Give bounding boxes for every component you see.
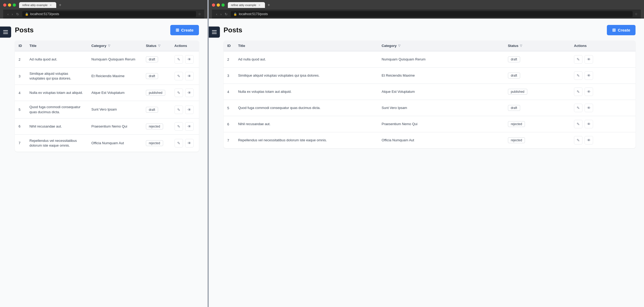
nav-reload-right[interactable]: ↻: [224, 12, 229, 17]
status-filter-icon-left[interactable]: ▽: [158, 44, 160, 47]
view-button[interactable]: 👁: [185, 122, 194, 131]
page-header-left: Posts ⊞ Create: [15, 25, 199, 35]
view-button[interactable]: 👁: [185, 89, 194, 97]
edit-button[interactable]: ✎: [175, 89, 183, 97]
cell-category: Sunt Vero Ipsam: [378, 100, 504, 116]
cell-category: Sunt Vero Ipsam: [88, 101, 142, 118]
traffic-light-yellow-r[interactable]: [217, 3, 220, 7]
table-row: 6 Nihil recusandae aut. Praesentium Nemo…: [15, 118, 199, 134]
tab-new-left[interactable]: +: [57, 2, 63, 8]
traffic-light-yellow[interactable]: [8, 3, 11, 7]
view-button[interactable]: 👁: [585, 120, 593, 128]
edit-button[interactable]: ✎: [574, 55, 582, 64]
col-category-left[interactable]: Category ▽: [88, 41, 142, 51]
page-title-left: Posts: [15, 26, 34, 34]
nav-back-left[interactable]: ‹: [6, 12, 10, 17]
view-button[interactable]: 👁: [585, 136, 593, 144]
col-status-right[interactable]: Status ▽: [504, 41, 570, 51]
view-button[interactable]: 👁: [585, 104, 593, 112]
edit-button[interactable]: ✎: [574, 136, 582, 144]
view-button[interactable]: 👁: [185, 72, 194, 80]
cell-title: Nihil recusandae aut.: [234, 116, 378, 132]
edit-button[interactable]: ✎: [175, 122, 183, 131]
col-status-left[interactable]: Status ▽: [142, 41, 171, 51]
category-filter-icon-right[interactable]: ▽: [398, 44, 400, 47]
edit-button[interactable]: ✎: [175, 55, 183, 64]
cell-actions: ✎ 👁: [570, 68, 636, 84]
view-button[interactable]: 👁: [185, 106, 194, 114]
status-badge: published: [146, 90, 165, 96]
create-button-left[interactable]: ⊞ Create: [170, 25, 199, 35]
category-filter-icon-left[interactable]: ▽: [108, 44, 110, 47]
bookmark-btn-right[interactable]: ☆: [635, 12, 638, 16]
cell-id: 4: [15, 85, 26, 101]
tab-close-right[interactable]: ✕: [258, 4, 260, 7]
address-lock-icon-r: 🔒: [233, 12, 237, 16]
cell-title: Quod fuga commodi consequatur quas ducim…: [234, 100, 378, 116]
eye-icon: 👁: [587, 57, 591, 62]
status-badge: draft: [508, 105, 520, 111]
cell-status: draft: [142, 68, 171, 85]
tab-new-right[interactable]: +: [266, 2, 272, 8]
edit-button[interactable]: ✎: [574, 104, 582, 112]
cell-actions: ✎ 👁: [570, 116, 636, 132]
eye-icon: 👁: [188, 74, 191, 78]
browser-tab-active-left[interactable]: refine ably example ✕: [19, 2, 56, 8]
create-btn-label-right: Create: [618, 28, 630, 32]
eye-icon: 👁: [188, 57, 191, 62]
edit-button[interactable]: ✎: [175, 72, 183, 80]
browser-tab-active-right[interactable]: refine ably example ✕: [228, 2, 265, 8]
address-bar-left[interactable]: 🔒 localhost:5173/posts: [22, 11, 196, 17]
browser-tabs-left: refine ably example ✕ +: [19, 2, 63, 8]
status-badge: rejected: [508, 137, 525, 143]
tab-title-right: refine ably example: [231, 3, 256, 7]
traffic-light-red-r[interactable]: [212, 3, 215, 7]
table-row: 6 Nihil recusandae aut. Praesentium Nemo…: [224, 116, 636, 132]
view-button[interactable]: 👁: [185, 55, 194, 64]
traffic-light-green[interactable]: [13, 3, 16, 7]
edit-button[interactable]: ✎: [574, 120, 582, 128]
edit-button[interactable]: ✎: [574, 71, 582, 80]
action-buttons: ✎ 👁: [574, 55, 632, 64]
page-title-right: Posts: [224, 26, 242, 34]
nav-back-right[interactable]: ‹: [215, 12, 218, 17]
cell-category: Atque Est Voluptatum: [88, 85, 142, 101]
create-button-right[interactable]: ⊞ Create: [607, 25, 636, 35]
view-button[interactable]: 👁: [585, 87, 593, 96]
hamburger-line-r2: [212, 32, 217, 32]
edit-icon: ✎: [177, 91, 180, 95]
cell-status: draft: [142, 101, 171, 118]
edit-button[interactable]: ✎: [175, 106, 183, 114]
table-header-row-left: ID Title Category ▽ Status ▽: [15, 41, 199, 51]
browser-window-left: refine ably example ✕ + ‹ › ↻ 🔒 localhos…: [0, 0, 208, 307]
cell-title: Nihil recusandae aut.: [26, 118, 88, 134]
table-row: 4 Nulla ex voluptas totam aut aliquid. A…: [15, 85, 199, 101]
cell-category: Officia Numquam Aut: [378, 132, 504, 148]
table-row: 3 Similique aliquid voluptas voluptates …: [15, 68, 199, 85]
traffic-light-green-r[interactable]: [221, 3, 225, 7]
sidebar-toggle-left[interactable]: [0, 27, 11, 38]
col-actions-right: Actions: [570, 41, 636, 51]
view-button[interactable]: 👁: [185, 139, 194, 147]
edit-icon: ✎: [577, 90, 580, 94]
action-buttons: ✎ 👁: [175, 122, 195, 131]
tab-close-left[interactable]: ✕: [50, 4, 52, 7]
edit-button[interactable]: ✎: [574, 87, 582, 96]
nav-reload-left[interactable]: ↻: [15, 12, 20, 17]
status-badge: rejected: [508, 121, 525, 127]
cell-actions: ✎ 👁: [171, 134, 199, 152]
edit-icon: ✎: [577, 138, 580, 142]
view-button[interactable]: 👁: [585, 55, 593, 64]
sidebar-toggle-right[interactable]: [209, 27, 220, 38]
nav-forward-right[interactable]: ›: [219, 12, 223, 17]
col-category-right[interactable]: Category ▽: [378, 41, 504, 51]
edit-button[interactable]: ✎: [175, 139, 183, 147]
view-button[interactable]: 👁: [585, 71, 593, 80]
address-bar-right[interactable]: 🔒 localhost:5173/posts: [231, 11, 633, 17]
table-header-right: ID Title Category ▽ Status ▽: [224, 41, 636, 51]
bookmark-btn-left[interactable]: ☆: [198, 12, 201, 16]
traffic-light-red[interactable]: [3, 3, 6, 7]
nav-forward-left[interactable]: ›: [11, 12, 14, 17]
page-header-right: Posts ⊞ Create: [224, 25, 636, 35]
status-filter-icon-right[interactable]: ▽: [520, 44, 522, 47]
